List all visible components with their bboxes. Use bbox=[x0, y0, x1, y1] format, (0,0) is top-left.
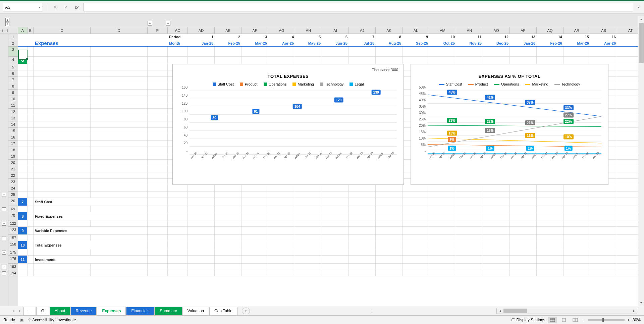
hscroll-left-icon[interactable]: ◂ bbox=[497, 309, 503, 313]
sheet-tab-valuation[interactable]: Valuation bbox=[182, 307, 209, 315]
row-header-193[interactable]: 193 bbox=[8, 264, 18, 270]
row-header-158[interactable]: 158 bbox=[8, 241, 18, 249]
outline-level-2[interactable]: 2 bbox=[5, 22, 9, 26]
expand-formula-bar-icon[interactable]: ▾ bbox=[636, 5, 641, 9]
outline-level-1[interactable]: 1 bbox=[5, 18, 9, 22]
row-header-16[interactable]: 16 bbox=[8, 134, 18, 141]
row-header-3[interactable]: 3 bbox=[8, 47, 18, 57]
row-header-15[interactable]: 15 bbox=[8, 128, 18, 134]
col-header-C[interactable]: C bbox=[34, 27, 91, 34]
vertical-scrollbar[interactable]: ▴ ▾ bbox=[638, 16, 644, 306]
total-expenses-chart[interactable]: Thousands '000TOTAL EXPENSESStaff CostPr… bbox=[172, 64, 404, 185]
col-header-AN[interactable]: AN bbox=[456, 27, 483, 34]
row-header-19[interactable]: 19 bbox=[8, 153, 18, 160]
row-header-8[interactable]: 8 bbox=[8, 83, 18, 90]
page-break-view-icon[interactable] bbox=[571, 317, 580, 323]
outline-toggle[interactable]: + bbox=[2, 207, 6, 211]
row-header-123[interactable]: 123 bbox=[8, 227, 18, 235]
add-sheet-button[interactable]: + bbox=[242, 308, 250, 314]
row-header-5[interactable]: 5 bbox=[8, 64, 18, 70]
col-header-AO[interactable]: AO bbox=[483, 27, 510, 34]
row-header-14[interactable]: 14 bbox=[8, 121, 18, 128]
sheet-tab-summary[interactable]: Summary bbox=[155, 307, 182, 315]
horizontal-scrollbar[interactable]: ◂ ▸ bbox=[496, 308, 637, 314]
col-header-A[interactable]: A bbox=[18, 27, 28, 34]
row-outline-1[interactable]: 1 bbox=[0, 27, 5, 34]
row-header-12[interactable]: 12 bbox=[8, 109, 18, 115]
col-header-AI[interactable]: AI bbox=[322, 27, 349, 34]
row-header-2[interactable]: 2 bbox=[8, 40, 18, 47]
col-header-AD[interactable]: AD bbox=[188, 27, 215, 34]
row-header-10[interactable]: 10 bbox=[8, 96, 18, 102]
fx-icon[interactable]: fx bbox=[73, 3, 81, 11]
scroll-up-icon[interactable]: ▴ bbox=[638, 16, 644, 22]
row-header-6[interactable]: 6 bbox=[8, 70, 18, 77]
row-header-7[interactable]: 7 bbox=[8, 77, 18, 83]
row-header-25[interactable]: 25 bbox=[8, 192, 18, 198]
normal-view-icon[interactable] bbox=[548, 317, 557, 323]
macro-record-icon[interactable]: ▣ bbox=[20, 318, 23, 322]
zoom-level[interactable]: 80% bbox=[633, 318, 641, 322]
col-header-AL[interactable]: AL bbox=[402, 27, 429, 34]
row-header-194[interactable]: 194 bbox=[8, 270, 18, 276]
col-header-AQ[interactable]: AQ bbox=[537, 27, 564, 34]
row-header-4[interactable]: 4 bbox=[8, 57, 18, 64]
sheet-tab-cap-table[interactable]: Cap Table bbox=[209, 307, 237, 315]
sheet-tab-financials[interactable]: Financials bbox=[126, 307, 154, 315]
row-header-22[interactable]: 22 bbox=[8, 172, 18, 179]
col-header-AM[interactable]: AM bbox=[429, 27, 456, 34]
col-header-AH[interactable]: AH bbox=[295, 27, 322, 34]
sheet-tab-l[interactable]: L bbox=[23, 307, 36, 315]
zoom-slider[interactable] bbox=[588, 319, 625, 321]
col-header-AK[interactable]: AK bbox=[376, 27, 402, 34]
col-header-AC[interactable]: AC bbox=[168, 27, 188, 34]
row-header-11[interactable]: 11 bbox=[8, 102, 18, 109]
row-outline-2[interactable]: 2 bbox=[5, 27, 10, 34]
zoom-in-button[interactable]: + bbox=[627, 317, 630, 323]
row-header-26[interactable]: 26 bbox=[8, 198, 18, 206]
col-header-AP[interactable]: AP bbox=[510, 27, 537, 34]
hscroll-thumb[interactable] bbox=[503, 309, 527, 313]
col-header-AR[interactable]: AR bbox=[564, 27, 590, 34]
row-header-175[interactable]: 175 bbox=[8, 249, 18, 256]
row-header-157[interactable]: 157 bbox=[8, 235, 18, 241]
name-box[interactable]: A3 ▾ bbox=[3, 3, 43, 11]
col-header-D[interactable]: D bbox=[91, 27, 148, 34]
sheet-tab-g[interactable]: G bbox=[36, 307, 49, 315]
sheet-tab-revenue[interactable]: Revenue bbox=[70, 307, 97, 315]
tab-nav-prev-icon[interactable]: ◂ bbox=[10, 309, 17, 313]
select-all-corner[interactable] bbox=[10, 27, 18, 34]
expenses-pct-chart[interactable]: EXPENSES AS % OF TOTALStaff CostProductO… bbox=[411, 64, 608, 185]
accessibility-status[interactable]: ✣ Accessibility: Investigate bbox=[28, 318, 76, 322]
sheet-tab-expenses[interactable]: Expenses bbox=[97, 307, 126, 315]
row-header-23[interactable]: 23 bbox=[8, 179, 18, 185]
col-group-expand-1[interactable]: + bbox=[148, 21, 152, 25]
row-header-69[interactable]: 69 bbox=[8, 206, 18, 212]
row-header-122[interactable]: 122 bbox=[8, 220, 18, 227]
col-header-AS[interactable]: AS bbox=[590, 27, 617, 34]
grid-cells[interactable]: Period12345678910111213141516ExpensesMon… bbox=[18, 34, 644, 309]
outline-toggle[interactable]: + bbox=[2, 236, 6, 240]
row-header-20[interactable]: 20 bbox=[8, 160, 18, 166]
col-header-AJ[interactable]: AJ bbox=[349, 27, 376, 34]
row-header-70[interactable]: 70 bbox=[8, 212, 18, 220]
chevron-down-icon[interactable]: ▾ bbox=[39, 5, 41, 9]
col-header-AG[interactable]: AG bbox=[268, 27, 295, 34]
hscroll-right-icon[interactable]: ▸ bbox=[631, 309, 637, 313]
outline-toggle[interactable]: − bbox=[2, 193, 6, 197]
sheet-tab-about[interactable]: About bbox=[50, 307, 70, 315]
vscroll-thumb[interactable] bbox=[639, 23, 644, 63]
col-header-P[interactable]: P bbox=[148, 27, 168, 34]
row-header-176[interactable]: 176 bbox=[8, 256, 18, 264]
zoom-out-button[interactable]: − bbox=[582, 317, 585, 323]
row-header-1[interactable]: 1 bbox=[8, 34, 18, 40]
outline-toggle[interactable]: + bbox=[2, 251, 6, 255]
scroll-down-icon[interactable]: ▾ bbox=[638, 300, 644, 306]
row-header-18[interactable]: 18 bbox=[8, 147, 18, 153]
col-header-B[interactable]: B bbox=[28, 27, 34, 34]
outline-toggle[interactable]: + bbox=[2, 222, 6, 226]
col-header-AE[interactable]: AE bbox=[215, 27, 241, 34]
display-settings-button[interactable]: 🖵 Display Settings bbox=[511, 318, 545, 322]
tab-nav-next-icon[interactable]: ▸ bbox=[17, 309, 23, 313]
row-header-13[interactable]: 13 bbox=[8, 115, 18, 121]
